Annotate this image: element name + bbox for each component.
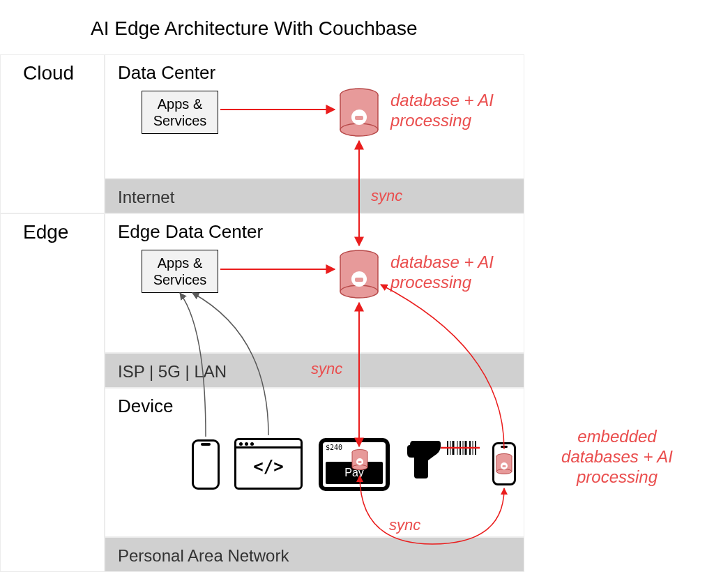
tablet-price-label: $240	[326, 444, 342, 451]
svg-point-4	[340, 123, 378, 136]
device-browser-icon: </>	[234, 438, 303, 490]
device-scanner-icon	[404, 438, 481, 484]
diagram-title: AI Edge Architecture With Couchbase	[91, 17, 417, 40]
database-icon-edge	[339, 250, 379, 300]
svg-rect-20	[358, 461, 362, 463]
band-pan: Personal Area Network	[105, 537, 524, 572]
device-phone-icon	[192, 439, 220, 490]
svg-point-11	[340, 285, 378, 298]
svg-point-18	[352, 465, 367, 470]
svg-rect-6	[355, 116, 363, 120]
label-sync-3: sync	[389, 516, 420, 534]
band-internet: Internet	[105, 179, 524, 213]
section-title-data-center: Data Center	[118, 62, 215, 83]
tier-label-cloud: Cloud	[0, 54, 105, 213]
label-db-ai-cloud: database + AI processing	[390, 91, 494, 131]
architecture-diagram: AI Edge Architecture With Couchbase Clou…	[0, 0, 714, 588]
database-icon-embedded-phone	[496, 453, 512, 476]
apps-services-box-edge: Apps & Services	[142, 250, 218, 293]
label-sync-1: sync	[371, 187, 402, 205]
tier-label-edge: Edge	[0, 213, 105, 572]
label-embedded: embedded databases + AI processing	[558, 427, 676, 487]
database-icon-cloud	[339, 88, 379, 138]
svg-rect-38	[503, 465, 506, 467]
database-icon-embedded-tablet	[351, 449, 368, 472]
section-title-device: Device	[118, 395, 173, 416]
svg-rect-13	[355, 278, 363, 282]
apps-services-box-cloud: Apps & Services	[142, 91, 218, 134]
label-db-ai-edge: database + AI processing	[390, 252, 494, 293]
section-title-edge-data-center: Edge Data Center	[118, 221, 263, 242]
svg-point-36	[496, 469, 512, 474]
browser-code-label: </>	[236, 448, 301, 476]
label-sync-2: sync	[311, 360, 342, 378]
